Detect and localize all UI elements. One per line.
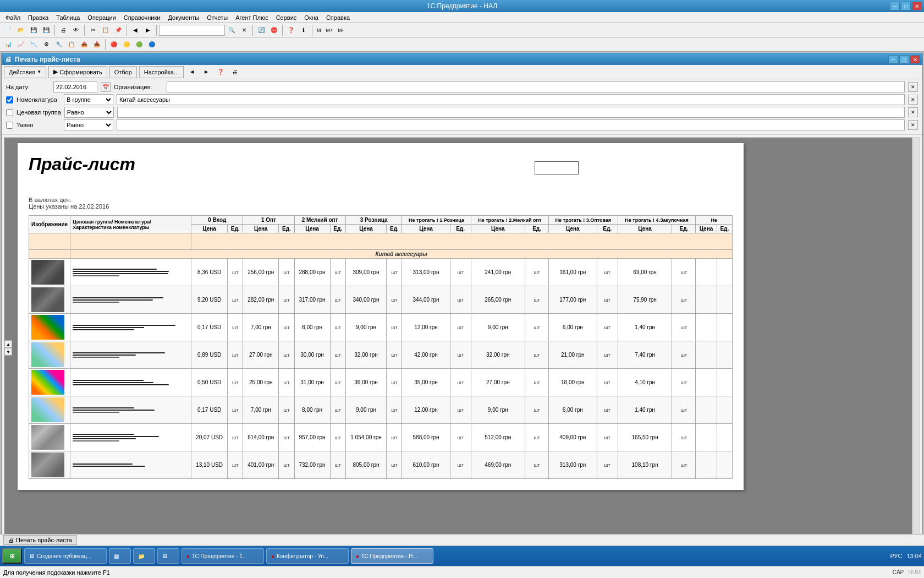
- th-price-2a: Цена: [294, 225, 330, 233]
- price-clear[interactable]: ✕: [908, 107, 918, 117]
- tb2-btn7[interactable]: 📤: [78, 39, 90, 51]
- actions-button[interactable]: Действия ▼: [4, 66, 46, 78]
- tb2-btn2[interactable]: 📈: [15, 39, 27, 51]
- scroll-up-btn[interactable]: ▲: [4, 340, 12, 348]
- tb-paste[interactable]: 📌: [112, 24, 124, 36]
- org-clear[interactable]: ✕: [908, 82, 918, 92]
- menu-references[interactable]: Справочники: [120, 13, 164, 22]
- tb-preview[interactable]: 👁: [70, 24, 82, 36]
- tb-copy[interactable]: 📋: [100, 24, 112, 36]
- scrollbar-vertical[interactable]: [912, 138, 920, 578]
- nom-clear[interactable]: ✕: [908, 95, 918, 105]
- tb-print[interactable]: 🖨: [57, 24, 69, 36]
- start-button[interactable]: ⊞: [2, 548, 22, 564]
- menu-file[interactable]: Файл: [2, 13, 24, 22]
- nom-value-input[interactable]: [117, 94, 905, 105]
- caps-indicator: CAP: [893, 569, 904, 575]
- tb-save2[interactable]: 💾: [40, 24, 52, 36]
- tb2-btn9[interactable]: 🔴: [108, 39, 120, 51]
- tb2-btn6[interactable]: 📋: [65, 39, 78, 51]
- price-value-input[interactable]: [117, 107, 905, 118]
- third-filter-select[interactable]: Равно: [64, 119, 113, 130]
- calendar-button[interactable]: 📅: [101, 82, 111, 92]
- price-cell-7: 1,40 грн: [618, 314, 672, 341]
- menu-agent[interactable]: Агент Плюс: [232, 13, 271, 22]
- taskbar-item-6[interactable]: ● 1С:Предприятие - Н...: [351, 548, 433, 564]
- doc-minimize[interactable]: ─: [888, 55, 898, 64]
- tb2-btn10[interactable]: 🟡: [120, 39, 133, 51]
- third-checkbox[interactable]: [6, 122, 13, 129]
- tb2-btn12[interactable]: 🔵: [146, 39, 158, 51]
- tb-refresh[interactable]: 🔄: [255, 24, 267, 36]
- form-tb-help[interactable]: ❓: [215, 66, 227, 78]
- tb-mminus[interactable]: M-: [336, 24, 346, 36]
- tb-forward[interactable]: ▶: [142, 24, 154, 36]
- form-tb-next[interactable]: ▶: [200, 66, 212, 78]
- tb2-btn4[interactable]: ⚙: [40, 39, 52, 51]
- menu-help[interactable]: Справка: [323, 13, 353, 22]
- taskbar-item-2[interactable]: 📁: [133, 548, 155, 564]
- menu-reports[interactable]: Отчеты: [204, 13, 231, 22]
- tb-info[interactable]: ℹ: [298, 24, 310, 36]
- third-value-input[interactable]: [117, 119, 905, 130]
- doc-close[interactable]: ✕: [910, 55, 920, 64]
- menu-operations[interactable]: Операции: [84, 13, 119, 22]
- close-button[interactable]: ✕: [912, 2, 922, 10]
- generate-button[interactable]: ▶ Сформировать: [48, 66, 107, 78]
- unit-cell-6: шт: [597, 341, 618, 369]
- org-input[interactable]: [167, 81, 905, 92]
- tb-help[interactable]: ❓: [285, 24, 297, 36]
- th-price-7a: Цена: [618, 225, 672, 233]
- filter-button[interactable]: Отбор: [109, 66, 137, 78]
- tb2-btn11[interactable]: 🟢: [133, 39, 145, 51]
- tb-mplus[interactable]: M+: [324, 24, 336, 36]
- doc-maximize[interactable]: □: [899, 55, 909, 64]
- tb-open[interactable]: 📂: [15, 24, 27, 36]
- taskbar-item-4[interactable]: ● 1С:Предприятие - 1...: [182, 548, 264, 564]
- menu-documents[interactable]: Документы: [164, 13, 202, 22]
- tb-stop[interactable]: ⛔: [268, 24, 280, 36]
- name-line: [73, 438, 136, 439]
- price-cell-3: 32,00 грн: [345, 341, 387, 369]
- tb-back[interactable]: ◀: [129, 24, 141, 36]
- search-button[interactable]: 🔍: [226, 24, 238, 36]
- table-row: 0,17 USDшт7,00 грншт8,00 грншт9,00 грншт…: [29, 396, 733, 424]
- menu-edit[interactable]: Правка: [25, 13, 52, 22]
- minimize-button[interactable]: ─: [890, 2, 900, 10]
- menu-table[interactable]: Таблица: [53, 13, 83, 22]
- nom-checkbox[interactable]: [6, 96, 13, 103]
- scroll-down-btn[interactable]: ▼: [4, 348, 12, 356]
- taskbar-item-3[interactable]: 🖥: [157, 548, 179, 564]
- taskbar-item-1[interactable]: ▦: [109, 548, 131, 564]
- maximize-button[interactable]: □: [901, 2, 911, 10]
- tb2-btn5[interactable]: 🔧: [53, 39, 65, 51]
- item-image-cell: [29, 341, 70, 369]
- menu-windows[interactable]: Окна: [301, 13, 322, 22]
- tb-cut[interactable]: ✂: [87, 24, 99, 36]
- search-clear[interactable]: ✕: [238, 24, 250, 36]
- extra-unit-cell: [717, 259, 732, 286]
- menu-service[interactable]: Сервис: [273, 13, 300, 22]
- settings-button[interactable]: Настройка...: [139, 66, 184, 78]
- tb-new[interactable]: 📄: [2, 24, 14, 36]
- unit-cell-3: шт: [387, 341, 402, 369]
- search-input[interactable]: [159, 25, 225, 36]
- tb-save[interactable]: 💾: [28, 24, 40, 36]
- form-tb-prev[interactable]: ◀: [186, 66, 198, 78]
- price-checkbox[interactable]: [6, 109, 13, 116]
- price-cell-2: 957,00 грн: [294, 424, 330, 451]
- price-cell-7: 1,40 грн: [618, 396, 672, 424]
- th-price-5a: Цена: [471, 225, 525, 233]
- third-clear[interactable]: ✕: [908, 120, 918, 130]
- form-tab-button[interactable]: 🖨 Печать прайс-листа: [3, 535, 77, 545]
- tb2-btn3[interactable]: 📉: [28, 39, 40, 51]
- date-input[interactable]: [53, 81, 97, 92]
- tb2-btn8[interactable]: 📥: [91, 39, 103, 51]
- price-filter-select[interactable]: Равно: [64, 107, 114, 118]
- tb2-btn1[interactable]: 📊: [2, 39, 14, 51]
- form-tb-print[interactable]: 🖨: [229, 66, 241, 78]
- nom-filter-select[interactable]: В группе: [64, 94, 113, 105]
- taskbar-item-5[interactable]: ● Конфигуратор - Уп...: [266, 548, 349, 564]
- tb-m[interactable]: M: [315, 24, 323, 36]
- taskbar-item-0[interactable]: 🖥 Создание публикац...: [24, 548, 107, 564]
